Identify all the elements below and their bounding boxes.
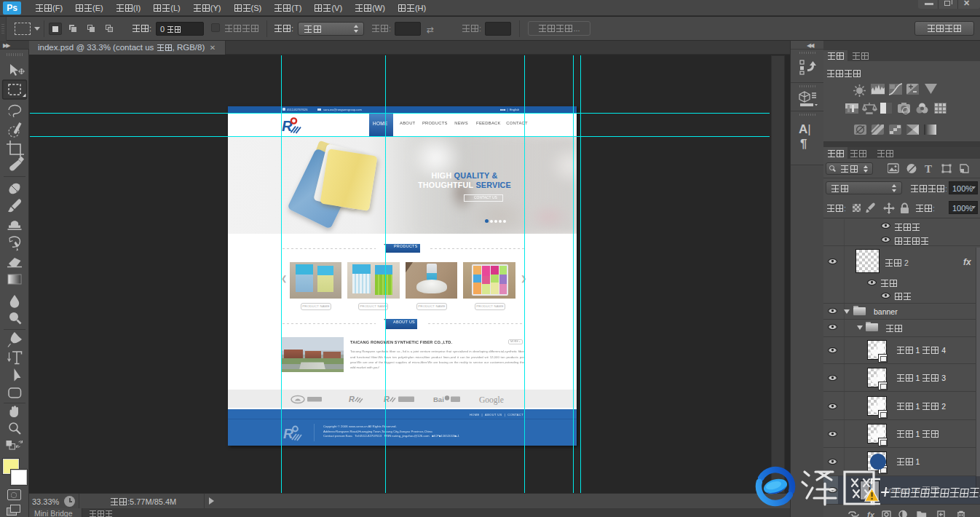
svg-text:T: T [925,163,932,174]
svg-text:Bai: Bai [433,395,444,403]
svg-text:Google: Google [479,395,504,404]
svg-text:R: R [349,395,355,403]
svg-text:fx: fx [867,510,875,517]
